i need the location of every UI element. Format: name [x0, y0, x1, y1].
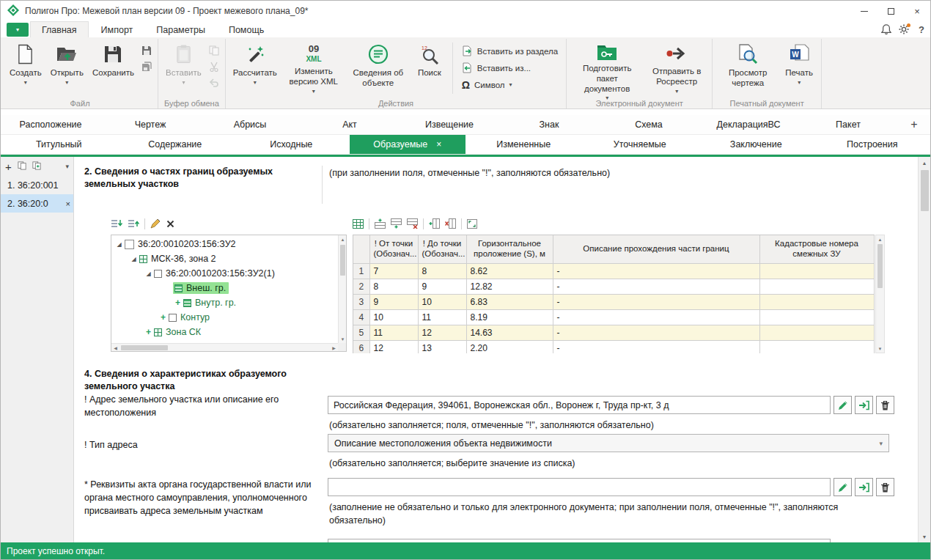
col-description[interactable]: Описание прохождения части границ: [553, 235, 759, 263]
duplicate-parcel-button[interactable]: [32, 161, 41, 172]
act-input[interactable]: [328, 478, 831, 496]
tab-deklaraciya[interactable]: ДекларацияВС: [699, 115, 798, 134]
tab-utochnyaemye[interactable]: Уточняемые: [582, 135, 699, 154]
address-edit-button[interactable]: [834, 396, 852, 414]
sidebar-menu-icon[interactable]: ▾: [65, 163, 69, 170]
insert-from-button[interactable]: Вставить из...: [457, 60, 562, 75]
delete-node-button[interactable]: [166, 217, 174, 230]
tree-node-contour[interactable]: + Контур: [111, 310, 337, 325]
tab-obrazuemye[interactable]: Образуемые ×: [350, 135, 466, 154]
tree-vertical-scrollbar[interactable]: ▲ ▼: [338, 235, 346, 343]
tab-raspolozhenie[interactable]: Расположение: [1, 115, 100, 134]
expanded-icon[interactable]: ◢: [114, 241, 124, 248]
search-button[interactable]: 12 Поиск: [411, 40, 448, 97]
delete-column-button[interactable]: [445, 217, 456, 230]
col-to-point[interactable]: ! До точки (Обознач...: [418, 235, 466, 263]
parcel-item-2[interactable]: 2. 36:20:0 ×: [1, 194, 73, 213]
tab-akt[interactable]: Акт: [300, 115, 400, 134]
tree-node-inner-boundary[interactable]: + Внутр. гр.: [111, 295, 337, 310]
object-info-button[interactable]: Сведения об объекте: [347, 40, 410, 97]
save-button[interactable]: Сохранить: [89, 40, 138, 97]
minimize-button[interactable]: [851, 1, 877, 21]
page-scrollbar[interactable]: ▲ ▼: [918, 157, 930, 542]
menu-tab-help[interactable]: Помощь: [218, 21, 275, 37]
act-delete-button[interactable]: [876, 478, 894, 496]
address-input[interactable]: [328, 396, 831, 414]
tab-iskhodnye[interactable]: Исходные: [233, 135, 350, 154]
preview-drawing-button[interactable]: Просмотр чертежа: [716, 40, 779, 97]
calculate-button[interactable]: Рассчитать ▾: [229, 40, 281, 97]
fullscreen-button[interactable]: [467, 217, 477, 230]
file-menu-button[interactable]: ▾: [7, 23, 29, 37]
copy-button[interactable]: [207, 44, 221, 57]
change-xml-version-button[interactable]: 09XML Изменить версию XML ▾: [282, 40, 345, 97]
prepare-package-button[interactable]: Подготовить пакет документов ▾: [570, 40, 644, 97]
tree-horizontal-scrollbar[interactable]: ◀ ▶: [111, 343, 338, 351]
col-cadastral-numbers[interactable]: Кадастровые номера смежных ЗУ: [759, 235, 874, 263]
add-column-button[interactable]: [429, 217, 440, 230]
save-as-button[interactable]: [139, 44, 154, 57]
maximize-button[interactable]: [877, 1, 904, 21]
add-tab-button[interactable]: +: [898, 115, 930, 134]
copy-parcel-button[interactable]: [18, 161, 26, 172]
tab-shema[interactable]: Схема: [599, 115, 699, 134]
help-button[interactable]: ?: [913, 21, 930, 37]
collapse-levels-button[interactable]: [128, 217, 139, 230]
checkbox-icon[interactable]: [125, 240, 134, 249]
add-row-above-button[interactable]: [375, 217, 386, 230]
address-delete-button[interactable]: [876, 396, 894, 414]
col-from-point[interactable]: ! От точки (Обознач...: [369, 235, 418, 263]
cut-button[interactable]: [207, 60, 221, 73]
insert-from-section-button[interactable]: Вставить из раздела: [457, 43, 562, 59]
paste-button[interactable]: Вставить ▾: [162, 40, 205, 97]
menu-tab-home[interactable]: Главная: [30, 21, 89, 37]
tree-node-parcel[interactable]: ◢ 36:20:0010203:156:ЗУ2: [111, 237, 337, 251]
collapsed-icon[interactable]: +: [173, 298, 183, 308]
tab-soderzhanie[interactable]: Содержание: [117, 135, 234, 154]
symbol-button[interactable]: Ω Символ ▾: [457, 77, 562, 92]
tab-izveshchenie[interactable]: Извещение: [400, 115, 499, 134]
collapsed-icon[interactable]: +: [158, 312, 168, 323]
edit-node-button[interactable]: [150, 217, 161, 230]
tree-node-outer-boundary[interactable]: Внеш. гр.: [111, 281, 337, 295]
expanded-icon[interactable]: ◢: [144, 270, 153, 277]
add-parcel-button[interactable]: +: [5, 161, 12, 172]
tab-izmenennye[interactable]: Измененные: [466, 135, 582, 154]
print-button[interactable]: W Печать ▾: [781, 40, 817, 97]
table-button[interactable]: [353, 217, 364, 230]
next-field-partial[interactable]: [328, 539, 831, 542]
close-button[interactable]: ×: [904, 1, 930, 21]
expand-levels-button[interactable]: [111, 217, 122, 230]
address-type-select[interactable]: Описание местоположения объекта недвижим…: [328, 434, 889, 452]
scroll-up-icon[interactable]: ▲: [919, 157, 930, 169]
settings-button[interactable]: [895, 21, 913, 37]
create-button[interactable]: Создать ▾: [6, 40, 45, 97]
tab-postroeniya[interactable]: Построения: [814, 135, 931, 154]
table-vertical-scrollbar[interactable]: ▲ ▼: [875, 235, 885, 353]
scroll-down-icon[interactable]: ▼: [919, 531, 930, 542]
menu-tab-parameters[interactable]: Параметры: [145, 21, 216, 37]
tab-znak[interactable]: Знак: [499, 115, 599, 134]
tab-close-icon[interactable]: ×: [436, 139, 441, 150]
open-button[interactable]: Открыть ▾: [47, 40, 87, 97]
tree-node-contour1[interactable]: ◢ 36:20:0010203:156:ЗУ2(1): [111, 266, 337, 281]
tree-node-msk-zone[interactable]: ◢ МСК-36, зона 2: [111, 251, 337, 266]
delete-row-button[interactable]: [407, 217, 418, 230]
scrollbar-thumb[interactable]: [921, 170, 929, 211]
add-row-below-button[interactable]: [391, 217, 402, 230]
col-horizontal-length[interactable]: Горизонтальное проложение (S), м: [466, 235, 553, 263]
undo-button[interactable]: [207, 76, 221, 89]
send-rosreestr-button[interactable]: Отправить в Росреестр ▾: [645, 40, 708, 97]
tab-abrisy[interactable]: Абрисы: [200, 115, 300, 134]
collapsed-icon[interactable]: +: [144, 327, 153, 337]
tab-paket[interactable]: Пакет: [798, 115, 898, 134]
menu-tab-import[interactable]: Импорт: [90, 21, 144, 37]
address-import-button[interactable]: [855, 396, 873, 414]
tree-node-zone-sk[interactable]: + Зона СК: [111, 325, 337, 339]
tab-chertezh[interactable]: Чертеж: [100, 115, 200, 134]
tab-zaklyuchenie[interactable]: Заключение: [698, 135, 814, 154]
close-parcel-icon[interactable]: ×: [66, 199, 70, 208]
parcel-item-1[interactable]: 1. 36:20:001: [1, 176, 73, 194]
save-all-button[interactable]: [139, 60, 154, 73]
expanded-icon[interactable]: ◢: [129, 256, 139, 262]
